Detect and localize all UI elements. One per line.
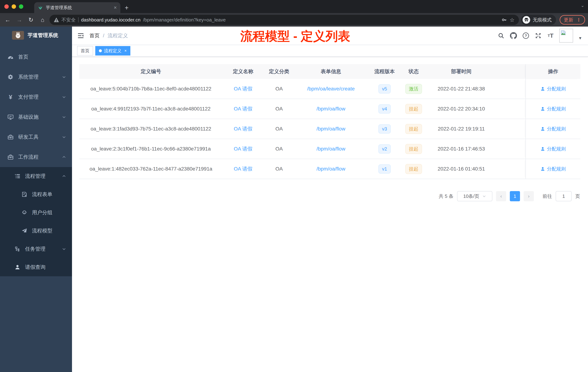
sidebar-item-label: 系统管理: [18, 74, 39, 80]
tab-search-caret-icon[interactable]: ⌄: [581, 3, 584, 8]
definition-name-link[interactable]: OA 请假: [234, 146, 252, 152]
font-size-icon[interactable]: TT: [547, 32, 554, 39]
search-icon[interactable]: [497, 32, 505, 39]
definition-name-link[interactable]: OA 请假: [234, 126, 252, 131]
sidebar-item-user-group[interactable]: 用户分组: [0, 203, 72, 222]
goto-page-input[interactable]: [556, 191, 572, 201]
cell-deploy-time: 2022-01-22 19:19:11: [425, 126, 497, 132]
status-badge: 激活: [405, 84, 422, 94]
tag-close-icon[interactable]: ×: [124, 48, 127, 53]
fullscreen-icon[interactable]: [535, 32, 542, 39]
chevron-down-icon: [62, 115, 66, 119]
favicon-plant-icon: [38, 5, 43, 10]
form-link[interactable]: /bpm/oa/flow: [316, 166, 346, 172]
tab-close-icon[interactable]: ×: [114, 5, 117, 11]
user-icon: [540, 127, 545, 131]
avatar[interactable]: [559, 29, 573, 43]
assign-rule-button[interactable]: 分配规则: [540, 146, 566, 152]
sidebar-toggle-icon[interactable]: [72, 32, 89, 39]
tag-process-definition[interactable]: 流程定义 ×: [95, 46, 130, 55]
url-path: /bpm/manager/definition?key=oa_leave: [143, 17, 226, 23]
assign-rule-button[interactable]: 分配规则: [540, 86, 566, 92]
bookmark-star-icon[interactable]: ☆: [510, 17, 514, 23]
tag-home[interactable]: 首页: [77, 46, 93, 55]
sidebar-item-devtools[interactable]: 研发工具: [0, 127, 72, 147]
cell-deploy-time: 2022-01-16 01:40:51: [425, 166, 497, 172]
page-number-button[interactable]: 1: [510, 191, 520, 201]
active-dot: [99, 49, 102, 52]
assign-rule-label: 分配规则: [547, 146, 566, 152]
sidebar-item-home[interactable]: 首页: [0, 47, 72, 67]
home-icon[interactable]: ⌂: [38, 17, 47, 23]
address-bar[interactable]: 不安全 dashboard.yudao.iocoder.cn/bpm/manag…: [50, 15, 519, 25]
page-annotation: 流程模型 - 定义列表: [240, 28, 350, 44]
status-badge: 挂起: [405, 124, 422, 134]
form-link[interactable]: /bpm/oa/leave/create: [307, 86, 355, 92]
form-link[interactable]: /bpm/oa/flow: [316, 146, 346, 152]
key-icon[interactable]: [501, 17, 507, 23]
browser-menu-icon[interactable]: ⋮: [577, 17, 581, 22]
sidebar-item-system[interactable]: 系统管理: [0, 67, 72, 87]
security-label: 不安全: [62, 17, 76, 23]
avatar-caret-icon[interactable]: ▼: [578, 36, 582, 41]
sidebar-item-infrastructure[interactable]: 基础设施: [0, 107, 72, 127]
back-icon[interactable]: ←: [3, 17, 12, 23]
chevron-down-icon: [62, 95, 66, 99]
window-close-button[interactable]: [4, 4, 9, 9]
version-tag: v3: [378, 124, 390, 134]
tags-view-bar: 首页 流程定义 ×: [72, 45, 588, 57]
prev-page-button[interactable]: ‹: [496, 191, 506, 201]
browser-tab[interactable]: 芋道管理系统 ×: [34, 2, 120, 13]
form-icon: [21, 191, 28, 198]
page-size-select[interactable]: 10条/页: [457, 191, 492, 201]
definition-name-link[interactable]: OA 请假: [234, 86, 252, 92]
sidebar-item-process-model[interactable]: 流程模型: [0, 222, 72, 240]
browser-tab-strip: 芋道管理系统 × + ⌄: [0, 0, 588, 13]
window-zoom-button[interactable]: [19, 4, 23, 9]
help-icon[interactable]: ?: [522, 32, 529, 39]
github-icon[interactable]: [510, 32, 517, 39]
assign-rule-button[interactable]: 分配规则: [540, 106, 566, 112]
table-row: oa_leave:3:1fad3d93-7b75-11ec-a3c8-acde4…: [79, 119, 580, 139]
cell-category: OA: [264, 146, 294, 152]
chevron-up-icon: [62, 155, 66, 159]
sidebar-item-process-form[interactable]: 流程表单: [0, 185, 72, 203]
sidebar-item-task-management[interactable]: 任务管理: [0, 240, 72, 258]
sidebar-item-workflow[interactable]: 工作流程: [0, 147, 72, 167]
definition-name-link[interactable]: OA 请假: [234, 106, 252, 111]
assign-rule-label: 分配规则: [547, 106, 566, 112]
update-button[interactable]: 更新 ⋮: [560, 15, 585, 25]
window-minimize-button[interactable]: [12, 4, 16, 9]
assign-rule-button[interactable]: 分配规则: [540, 166, 566, 172]
sidebar-item-leave-query[interactable]: 请假查询: [0, 258, 72, 276]
toolbox-icon: [7, 134, 14, 140]
dashboard-icon: [7, 54, 14, 60]
chevron-down-icon: [62, 247, 66, 251]
cell-category: OA: [264, 166, 294, 172]
definition-name-link[interactable]: OA 请假: [234, 166, 252, 172]
list-tree-icon: [14, 173, 21, 179]
cell-deploy-time: 2022-01-22 20:34:10: [425, 106, 497, 112]
form-link[interactable]: /bpm/oa/flow: [316, 106, 346, 111]
sidebar-item-payment[interactable]: ¥ 支付管理: [0, 87, 72, 107]
column-header: 定义编号: [79, 68, 222, 75]
user-icon: [540, 87, 545, 91]
sidebar-item-label: 流程模型: [32, 227, 52, 234]
cell-definition-id: oa_leave:2:3c1f0ef1-76b1-11ec-9c66-a2380…: [79, 146, 222, 152]
sidebar-item-label: 研发工具: [18, 134, 39, 141]
sidebar-logo: 芋道管理系统: [0, 27, 72, 44]
url-separator: [78, 17, 79, 22]
next-page-button[interactable]: ›: [524, 191, 534, 201]
form-link[interactable]: /bpm/oa/flow: [316, 126, 346, 131]
table-row: oa_leave:2:3c1f0ef1-76b1-11ec-9c66-a2380…: [79, 139, 580, 159]
new-tab-button[interactable]: +: [125, 4, 128, 12]
breadcrumb-home[interactable]: 首页: [89, 32, 100, 39]
navbar-actions: ? TT ▼: [497, 29, 582, 43]
forward-icon[interactable]: →: [15, 17, 24, 23]
assign-rule-button[interactable]: 分配规则: [540, 126, 566, 132]
reload-icon[interactable]: ↻: [26, 16, 36, 23]
assign-rule-label: 分配规则: [547, 86, 566, 92]
update-label: 更新: [564, 17, 573, 23]
page-unit-label: 页: [575, 193, 580, 199]
sidebar-item-process-management[interactable]: 流程管理: [0, 167, 72, 185]
